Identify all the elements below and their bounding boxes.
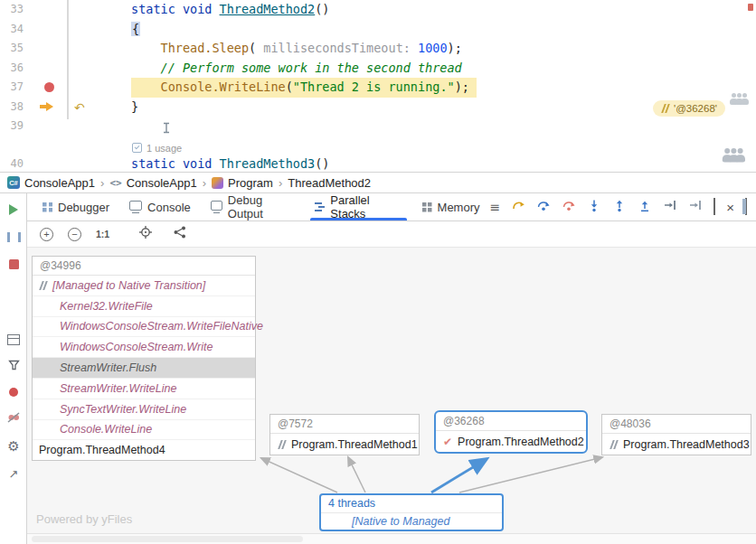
code-text: // Perform some work in the second threa… [131,59,462,79]
transition-frame-label[interactable]: [Native to Managed Transition] [321,512,502,530]
code-text: static void ThreadMethod2() [131,0,329,20]
dock-button[interactable] [745,199,747,215]
code-line-37[interactable]: 37 Console.WriteLine("Thread 2 is runnin… [0,78,756,98]
reset-frame-icon[interactable]: ↶ [74,98,85,118]
horizontal-scrollbar[interactable] [27,533,756,544]
view-breakpoints-button[interactable] [0,381,27,403]
line-number: 35 [0,39,24,59]
breadcrumb-class[interactable]: Program [212,176,273,190]
stack-frame-selected[interactable]: StreamWriter.Flush [33,358,255,379]
code-line-34[interactable]: 34 { [0,20,756,40]
code-token: () [315,2,329,16]
brace-highlight: { [131,22,140,36]
center-selection-button[interactable] [138,225,153,243]
filter-button[interactable] [0,354,27,376]
table-icon [713,198,715,215]
stack-frame[interactable]: [Managed to Native Transition] [33,276,255,296]
dock-icon [745,198,747,215]
scrollbar-error-stripe[interactable] [748,4,753,11]
stop-button[interactable] [0,253,27,275]
code-vision-usages[interactable]: 1 usage [132,142,756,155]
breadcrumb-label: ConsoleApp1 [127,176,197,190]
crosshair-icon [138,225,153,239]
stack-frame-current[interactable]: ✔ Program.ThreadMethod2 [436,431,586,452]
line-number: 38 [0,98,24,117]
stack-frame[interactable]: Console.WriteLine [33,420,255,441]
step-into-button[interactable] [587,198,601,216]
execution-pointer-icon[interactable] [40,102,53,112]
step-out-icon [612,198,627,212]
tab-parallel-stacks[interactable]: Parallel Stacks [305,193,411,220]
force-step-over-button[interactable] [562,198,576,216]
stack-frame[interactable]: Kernel32.WriteFile [33,296,255,317]
breadcrumb-namespace[interactable]: <> ConsoleApp1 [109,176,196,190]
rerun-debugger-button[interactable] [0,199,27,220]
zoom-out-button[interactable]: − [68,228,81,241]
tab-console[interactable]: Console [119,193,201,220]
view-options-button[interactable]: ≡ [490,200,501,214]
restore-layout-button[interactable] [0,329,27,351]
evaluate-table-button[interactable] [713,199,715,215]
share-graph-icon [173,225,187,239]
thread-group-node[interactable]: 4 threads [Native to Managed Transition] [319,493,504,531]
close-button[interactable]: × [726,201,734,214]
run-to-cursor-button[interactable] [663,198,677,216]
tab-debug-output[interactable]: Debug Output [201,193,305,220]
breadcrumb-label: Program [228,176,273,190]
step-out-button[interactable] [612,198,627,216]
step-over-button[interactable] [536,198,551,216]
tab-memory[interactable]: Memory [412,193,490,220]
close-icon: × [726,200,734,215]
code-line-40[interactable]: 40 static void ThreadMethod3() [0,155,756,173]
person-icon [735,148,745,163]
code-token [131,80,161,94]
stack-frame[interactable]: WindowsConsoleStream.Write [33,337,255,358]
force-run-to-cursor-button[interactable] [688,198,703,216]
stack-frame[interactable]: Program.ThreadMethod3 [602,434,751,455]
current-frame-check-icon: ✔ [443,436,452,448]
code-line-33[interactable]: 33 static void ThreadMethod2() [0,0,756,20]
stack-frame[interactable]: StreamWriter.WriteLine [33,379,255,399]
stack-box-48036[interactable]: @48036 Program.ThreadMethod3 [601,414,751,455]
chevron-right-icon: › [203,176,206,190]
code-token: 1000 [411,41,448,55]
stack-frame[interactable]: Program.ThreadMethod1 [270,434,419,455]
show-execution-point-button[interactable] [511,198,525,216]
stack-box-36268-current[interactable]: @36268 ✔ Program.ThreadMethod2 [434,410,588,454]
settings-button[interactable]: ⚙ [0,436,27,457]
stack-frame[interactable]: Program.ThreadMethod4 [33,440,255,460]
pause-button[interactable] [0,226,27,248]
stack-frame[interactable]: SyncTextWriter.WriteLine [33,399,255,420]
parallel-stacks-graph[interactable]: @34996 [Managed to Native Transition] Ke… [27,248,756,533]
hide-toolwindow-button[interactable]: ↗ [0,463,27,484]
zoom-reset-button[interactable]: 1:1 [96,229,109,239]
thread-id-header: @36268 [436,412,586,431]
frame-label: WindowsConsoleStream.Write [60,341,213,353]
scrollbar-thumb[interactable] [32,536,303,542]
zoom-in-button[interactable]: + [40,228,53,241]
code-line-39[interactable]: 39 [0,117,756,136]
stack-box-7572[interactable]: @7572 Program.ThreadMethod1 [269,414,420,455]
step-out-of-block-button[interactable] [638,198,652,216]
code-line-35[interactable]: 35 Thread.Sleep( millisecondsTimeout: 10… [0,39,756,59]
breadcrumb-method[interactable]: ThreadMethod2 [288,176,371,190]
usages-label: 1 usage [146,143,182,154]
current-thread-badge[interactable]: '@36268' [653,100,725,117]
chevron-right-icon: › [279,176,282,190]
console-icon [129,201,142,211]
mute-breakpoints-button[interactable] [0,407,27,428]
tab-debugger[interactable]: Debugger [33,193,119,220]
stack-box-34996[interactable]: @34996 [Managed to Native Transition] Ke… [32,256,256,461]
line-number: 37 [0,78,24,98]
code-token: } [131,99,138,114]
breadcrumb-project[interactable]: C# ConsoleApp1 [7,176,95,190]
export-graph-button[interactable] [173,225,187,243]
code-line-36[interactable]: 36 // Perform some work in the second th… [0,59,756,79]
code-editor[interactable]: 33 static void ThreadMethod2() 34 { 35 T… [0,0,756,172]
breakpoint-icon[interactable] [44,82,54,92]
frame-label: Program.ThreadMethod2 [458,436,584,448]
step-into-icon [587,198,601,212]
code-line-38[interactable]: 38 ↶ } [0,98,756,117]
angle-brackets-icon: <> [109,177,121,189]
stack-frame[interactable]: WindowsConsoleStream.WriteFileNative [33,317,255,338]
